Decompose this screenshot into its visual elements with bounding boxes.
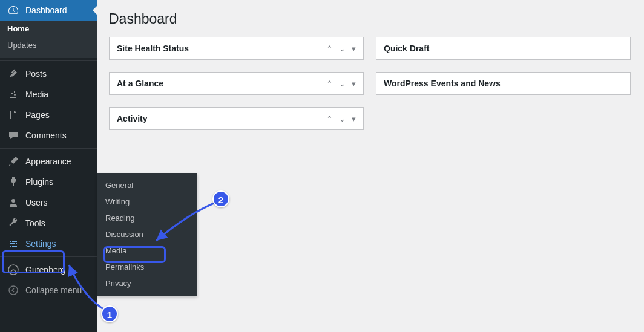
collapse-icon — [7, 284, 19, 296]
toggle-icon[interactable]: ▾ — [352, 44, 356, 53]
sidebar-sub-dashboard: Home Updates — [0, 21, 97, 58]
sidebar-item-label: Collapse menu — [25, 285, 82, 295]
settings-flyout: General Writing Reading Discussion Media… — [97, 173, 197, 296]
move-up-icon[interactable]: ⌃ — [326, 114, 333, 123]
sidebar-item-users[interactable]: Users — [0, 192, 97, 213]
widget-title: Activity — [117, 114, 148, 123]
sidebar-item-label: Media — [25, 90, 48, 99]
move-up-icon[interactable]: ⌃ — [326, 79, 333, 88]
sidebar-item-label: Plugins — [25, 177, 53, 187]
gutenberg-icon — [7, 264, 19, 276]
sidebar-item-label: Comments — [25, 131, 67, 140]
sidebar-item-gutenberg[interactable]: Gutenberg — [0, 259, 97, 280]
sidebar-item-label: Users — [25, 198, 48, 207]
sidebar-item-tools[interactable]: Tools — [0, 213, 97, 233]
sidebar-collapse[interactable]: Collapse menu — [0, 280, 97, 301]
svg-point-1 — [9, 286, 18, 295]
wrench-icon — [7, 217, 19, 229]
pages-icon — [7, 109, 19, 121]
flyout-discussion[interactable]: Discussion — [97, 226, 197, 242]
move-up-icon[interactable]: ⌃ — [326, 44, 333, 53]
widget-controls: ⌃ ⌄ ▾ — [326, 79, 356, 88]
comments-icon — [7, 129, 19, 142]
widget-title: At a Glance — [117, 79, 163, 88]
widget-events-news[interactable]: WordPress Events and News — [376, 72, 631, 95]
brush-icon — [7, 155, 19, 168]
sidebar-sub-updates[interactable]: Updates — [0, 37, 97, 53]
flyout-reading[interactable]: Reading — [97, 210, 197, 226]
widget-at-a-glance[interactable]: At a Glance ⌃ ⌄ ▾ — [109, 72, 364, 95]
widget-site-health[interactable]: Site Health Status ⌃ ⌄ ▾ — [109, 37, 364, 60]
media-icon — [7, 88, 19, 100]
sliders-icon — [7, 238, 19, 250]
widget-activity[interactable]: Activity ⌃ ⌄ ▾ — [109, 107, 364, 130]
sidebar-item-label: Appearance — [25, 157, 71, 166]
widget-quick-draft[interactable]: Quick Draft — [376, 37, 631, 60]
dashboard-icon — [7, 4, 19, 16]
page-title: Dashboard — [109, 11, 631, 27]
toggle-icon[interactable]: ▾ — [352, 79, 356, 88]
flyout-media[interactable]: Media — [97, 242, 197, 259]
toggle-icon[interactable]: ▾ — [352, 114, 356, 123]
move-down-icon[interactable]: ⌄ — [339, 44, 346, 53]
sidebar-item-appearance[interactable]: Appearance — [0, 151, 97, 172]
sidebar-item-dashboard[interactable]: Dashboard — [0, 0, 97, 21]
plugins-icon — [7, 176, 19, 188]
sidebar-item-label: Dashboard — [25, 5, 67, 15]
flyout-writing[interactable]: Writing — [97, 194, 197, 210]
flyout-permalinks[interactable]: Permalinks — [97, 259, 197, 275]
sidebar-item-label: Settings — [25, 239, 56, 249]
flyout-general[interactable]: General — [97, 177, 197, 194]
pin-icon — [7, 68, 19, 80]
users-icon — [7, 197, 19, 209]
sidebar-item-posts[interactable]: Posts — [0, 63, 97, 84]
widget-title: WordPress Events and News — [384, 79, 501, 88]
sidebar-item-label: Posts — [25, 69, 47, 79]
sidebar-item-media[interactable]: Media — [0, 84, 97, 105]
flyout-privacy[interactable]: Privacy — [97, 275, 197, 291]
widget-title: Quick Draft — [384, 44, 429, 53]
main-content: Dashboard Site Health Status ⌃ ⌄ ▾ At a … — [109, 0, 643, 142]
sidebar-item-settings[interactable]: Settings — [0, 233, 97, 254]
sidebar-item-label: Tools — [25, 218, 45, 228]
admin-sidebar: Dashboard Home Updates Posts Media Pages… — [0, 0, 97, 332]
annotation-balloon-2: 2 — [212, 190, 229, 207]
move-down-icon[interactable]: ⌄ — [339, 114, 346, 123]
sidebar-item-pages[interactable]: Pages — [0, 105, 97, 125]
sidebar-item-label: Gutenberg — [25, 265, 65, 275]
sidebar-sub-home[interactable]: Home — [0, 21, 97, 37]
move-down-icon[interactable]: ⌄ — [339, 79, 346, 88]
widget-controls: ⌃ ⌄ ▾ — [326, 44, 356, 53]
annotation-balloon-1: 1 — [101, 305, 118, 322]
sidebar-item-plugins[interactable]: Plugins — [0, 172, 97, 192]
widget-controls: ⌃ ⌄ ▾ — [326, 114, 356, 123]
sidebar-item-comments[interactable]: Comments — [0, 125, 97, 146]
widget-title: Site Health Status — [117, 44, 189, 53]
sidebar-item-label: Pages — [25, 110, 50, 120]
